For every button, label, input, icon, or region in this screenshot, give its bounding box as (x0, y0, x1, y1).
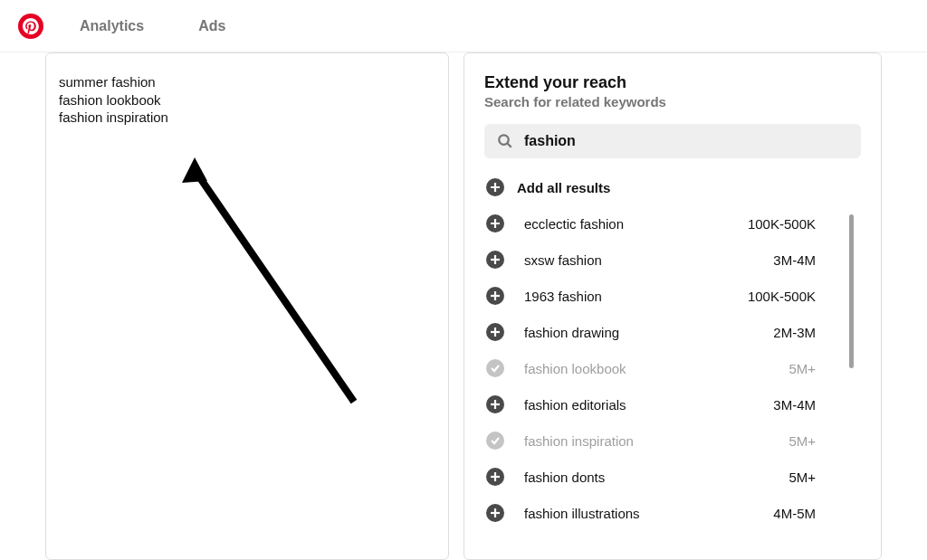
selected-keyword: fashion lookbook (59, 91, 435, 109)
nav-analytics[interactable]: Analytics (80, 18, 144, 34)
svg-marker-1 (182, 157, 207, 183)
selected-keyword: summer fashion (59, 73, 435, 91)
svg-line-3 (507, 143, 511, 147)
main-content: summer fashionfashion lookbookfashion in… (0, 52, 927, 560)
plus-icon[interactable] (486, 287, 504, 305)
nav-ads[interactable]: Ads (198, 18, 225, 34)
keyword-result-label: fashion drawing (524, 325, 773, 340)
keyword-result-volume: 3M-4M (773, 252, 816, 268)
keyword-result-label: 1963 fashion (524, 289, 748, 304)
keyword-suggestions-panel: Extend your reach Search for related key… (464, 52, 882, 560)
check-icon[interactable] (486, 432, 504, 450)
keyword-result-volume: 2M-3M (773, 325, 816, 340)
keyword-result-row[interactable]: 1963 fashion100K-500K (484, 278, 861, 314)
selected-keywords-list: summer fashionfashion lookbookfashion in… (59, 73, 435, 127)
keyword-result-volume: 3M-4M (773, 397, 816, 413)
keyword-result-volume: 5M+ (788, 433, 816, 449)
keyword-search-box[interactable] (484, 124, 861, 158)
keyword-result-row[interactable]: fashion drawing2M-3M (484, 314, 861, 350)
keyword-result-row[interactable]: fashion inspiration5M+ (484, 422, 861, 459)
keyword-result-volume: 100K-500K (748, 216, 816, 232)
keyword-result-label: fashion lookbook (524, 361, 788, 376)
results-scroll-area: ecclectic fashion100K-500Ksxsw fashion3M… (484, 205, 861, 559)
check-icon[interactable] (486, 359, 504, 377)
keyword-result-label: ecclectic fashion (524, 216, 748, 232)
plus-icon[interactable] (486, 395, 504, 413)
plus-icon[interactable] (486, 323, 504, 341)
plus-icon[interactable] (486, 468, 504, 486)
search-icon (497, 133, 513, 149)
selected-keyword: fashion inspiration (59, 109, 435, 127)
keyword-result-row[interactable]: fashion lookbook5M+ (484, 350, 861, 386)
keyword-result-row[interactable]: ecclectic fashion100K-500K (484, 205, 861, 242)
keyword-result-row[interactable]: sxsw fashion3M-4M (484, 242, 861, 278)
pinterest-logo-icon[interactable] (18, 14, 43, 39)
keyword-result-row[interactable]: fashion editorials3M-4M (484, 386, 861, 422)
keyword-result-label: sxsw fashion (524, 252, 773, 268)
plus-icon[interactable] (486, 504, 504, 522)
keyword-result-label: fashion donts (524, 470, 788, 485)
suggestions-subtitle: Search for related keywords (484, 94, 861, 109)
keyword-result-row[interactable]: fashion donts5M+ (484, 459, 861, 495)
arrow-annotation-icon (182, 157, 372, 429)
svg-point-2 (499, 135, 509, 145)
suggestions-title: Extend your reach (484, 73, 861, 92)
selected-keywords-panel: summer fashionfashion lookbookfashion in… (45, 52, 449, 560)
add-all-results-button[interactable]: Add all results (484, 175, 861, 205)
keyword-result-volume: 5M+ (788, 361, 816, 376)
plus-icon[interactable] (486, 214, 504, 233)
keyword-result-volume: 4M-5M (773, 506, 816, 521)
keyword-result-volume: 5M+ (788, 470, 816, 485)
add-all-label: Add all results (517, 180, 610, 195)
keyword-result-volume: 100K-500K (748, 289, 816, 304)
keyword-result-label: fashion inspiration (524, 433, 788, 449)
plus-icon (486, 178, 504, 196)
keyword-result-row[interactable]: fashion illustrations4M-5M (484, 495, 861, 531)
plus-icon[interactable] (486, 251, 504, 269)
top-header: Analytics Ads (0, 0, 927, 52)
keyword-result-label: fashion illustrations (524, 506, 773, 521)
keyword-result-label: fashion editorials (524, 397, 773, 413)
results-list: ecclectic fashion100K-500Ksxsw fashion3M… (484, 205, 861, 559)
scrollbar[interactable] (849, 214, 854, 368)
keyword-search-input[interactable] (524, 133, 848, 149)
svg-line-0 (195, 170, 354, 402)
